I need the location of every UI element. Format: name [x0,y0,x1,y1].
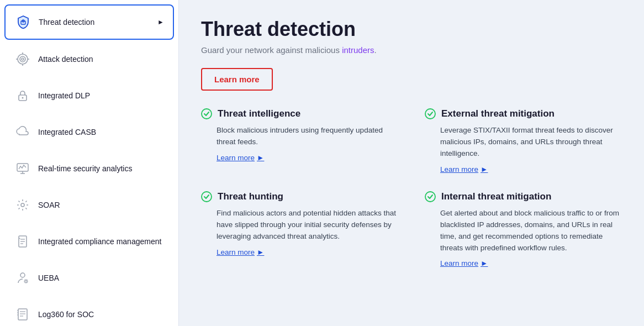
list-doc-icon [14,306,31,323]
sidebar-item-label: Integrated DLP [38,91,165,100]
check-circle-icon [201,191,212,202]
svg-point-2 [18,54,28,64]
svg-point-29 [202,109,212,119]
chevron-right-icon: ► [157,18,164,26]
sidebar-item-label: Log360 for SOC [38,310,165,319]
feature-learn-more-link[interactable]: Learn more ► [201,154,398,162]
feature-title-row: Internal threat mitigation [425,191,622,202]
feature-description: Leverage STIX/TAXII format threat feeds … [425,125,622,160]
svg-point-19 [19,238,20,239]
arrow-icon: ► [257,248,264,256]
feature-card-threat-intelligence: Threat intelligence Block malicious intr… [201,108,398,173]
check-circle-icon [425,108,436,119]
svg-point-30 [425,109,435,119]
sidebar-item-soar[interactable]: SOAR [4,188,174,222]
subtitle-highlight: intruders [342,45,374,55]
sidebar-item-label: Integrated CASB [38,128,165,136]
sidebar-item-label: Integrated compliance management [38,237,165,246]
sidebar-item-label: Real-time security analytics [38,164,165,173]
feature-description: Block malicious intruders using frequent… [201,125,398,148]
svg-rect-22 [18,309,27,320]
arrow-icon: ► [257,154,264,162]
sidebar-item-compliance[interactable]: Integrated compliance management [4,224,174,259]
doc-icon [14,233,31,250]
arrow-icon: ► [481,259,488,267]
features-grid: Threat intelligence Block malicious intr… [201,108,622,267]
arrow-icon: ► [481,165,488,173]
learn-more-button[interactable]: Learn more [201,68,273,91]
lock-icon [14,87,31,104]
sidebar-item-label: UEBA [38,274,165,282]
svg-point-3 [20,56,25,62]
sidebar-item-attack-detection[interactable]: Attack detection [4,42,174,76]
sidebar: Threat detection ► Attack detection [0,0,179,326]
sidebar-item-label: SOAR [38,201,165,209]
monitor-icon [14,160,31,177]
feature-description: Get alerted about and block malicious tr… [425,208,622,254]
sidebar-item-log360-soc[interactable]: Log360 for SOC [4,297,174,326]
sidebar-item-integrated-casb[interactable]: Integrated CASB [4,115,174,149]
feature-title-row: Threat intelligence [201,108,398,119]
feature-card-external-threat: External threat mitigation Leverage STIX… [425,108,622,173]
main-content: Threat detection Guard your network agai… [179,0,644,326]
sidebar-item-ueba[interactable]: UEBA [4,261,174,295]
sidebar-item-threat-detection[interactable]: Threat detection ► [4,4,174,40]
svg-point-20 [20,273,25,277]
feature-learn-more-link[interactable]: Learn more ► [201,248,398,256]
svg-point-31 [202,192,212,202]
feature-title-row: Threat hunting [201,191,398,202]
target-icon [14,50,31,68]
sidebar-item-real-time-security[interactable]: Real-time security analytics [4,151,174,186]
svg-point-4 [22,58,24,60]
sidebar-item-integrated-dlp[interactable]: Integrated DLP [4,78,174,113]
page-subtitle: Guard your network against malicious int… [201,45,622,55]
svg-point-10 [22,97,24,99]
svg-point-32 [425,192,435,202]
page-title: Threat detection [201,18,622,41]
shield-icon [14,13,32,31]
feature-learn-more-link[interactable]: Learn more ► [425,165,622,173]
feature-title: Threat intelligence [218,108,300,119]
user-gear-icon [14,269,31,287]
feature-title: Threat hunting [218,191,283,202]
gear-icon [14,196,31,214]
svg-point-14 [21,203,24,207]
sidebar-item-label: Threat detection [39,18,151,27]
feature-title: Internal threat mitigation [441,191,551,202]
feature-card-threat-hunting: Threat hunting Find malicious actors and… [201,191,398,268]
feature-learn-more-link[interactable]: Learn more ► [425,259,622,267]
feature-description: Find malicious actors and potential hidd… [201,208,398,243]
cloud-lock-icon [14,123,31,141]
feature-title: External threat mitigation [441,108,555,119]
feature-card-internal-threat: Internal threat mitigation Get alerted a… [425,191,622,268]
feature-title-row: External threat mitigation [425,108,622,119]
check-circle-icon [425,191,436,202]
check-circle-icon [201,108,212,119]
svg-point-21 [25,280,27,282]
sidebar-item-label: Attack detection [38,55,165,64]
